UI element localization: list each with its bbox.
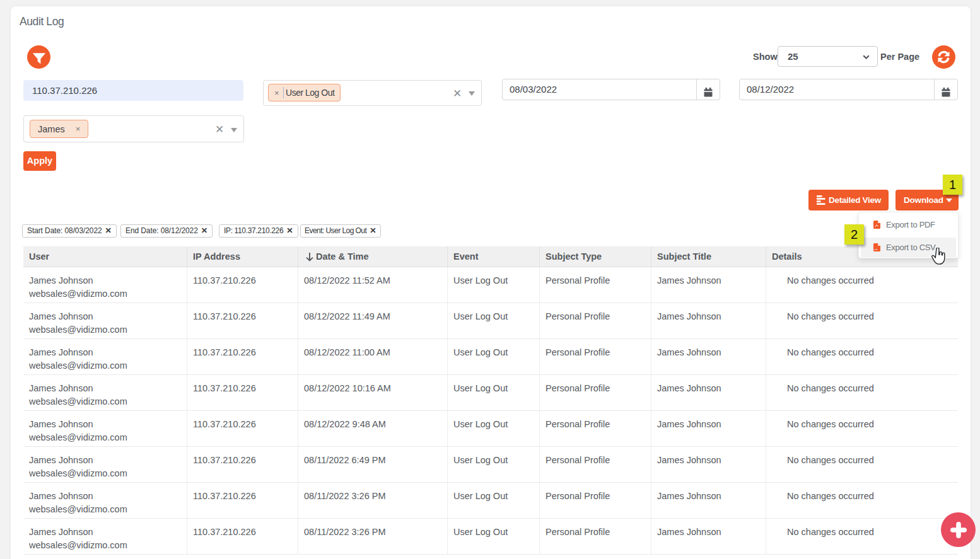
svg-text:csv: csv bbox=[874, 248, 878, 251]
